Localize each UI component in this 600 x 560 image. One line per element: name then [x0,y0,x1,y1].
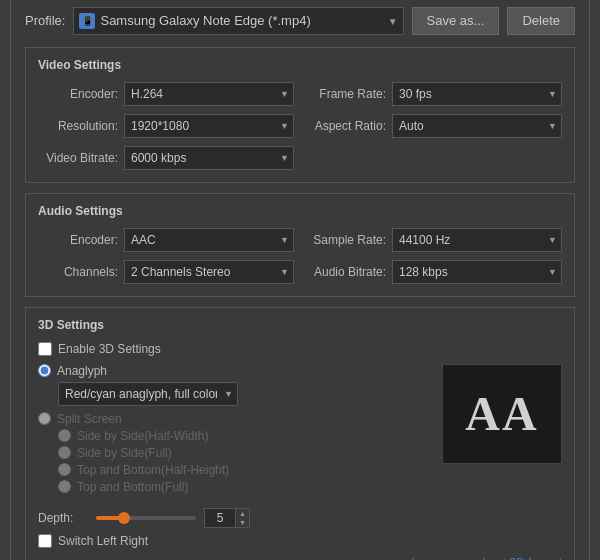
audio-bitrate-row: Audio Bitrate: 128 kbps ▼ [306,260,562,284]
top-bottom-half-label: Top and Bottom(Half-Height) [77,463,229,477]
video-settings-section: Video Settings Encoder: H.264 ▼ Frame Ra… [25,47,575,183]
aspect-ratio-select[interactable]: Auto [392,114,562,138]
side-by-side-full-radio[interactable] [58,446,71,459]
depth-slider-thumb[interactable] [118,512,130,524]
dialog-content: Profile: 📱 Samsung Galaxy Note Edge (*.m… [11,0,589,560]
video-settings-title: Video Settings [38,58,562,72]
audio-encoder-select[interactable]: AAC [124,228,294,252]
preview-text: AA [465,386,538,441]
frame-rate-select-wrap: 30 fps ▼ [392,82,562,106]
split-screen-radio[interactable] [38,412,51,425]
depth-slider-track [96,516,196,520]
video-bitrate-label: Video Bitrate: [38,151,118,165]
channels-select-wrap: 2 Channels Stereo ▼ [124,260,294,284]
enable-3d-row: Enable 3D Settings [38,342,562,356]
switch-lr-row: Switch Left Right [38,534,562,548]
sample-rate-label: Sample Rate: [306,233,386,247]
learn-more-link[interactable]: Learn more about 3D format [411,556,562,561]
encoder-select-wrap: H.264 ▼ [124,82,294,106]
resolution-select[interactable]: 1920*1080 [124,114,294,138]
channels-select[interactable]: 2 Channels Stereo [124,260,294,284]
sample-rate-select[interactable]: 44100 Hz [392,228,562,252]
frame-rate-select[interactable]: 30 fps [392,82,562,106]
depth-row: Depth: ▲ ▼ [38,508,562,528]
aspect-ratio-select-wrap: Auto ▼ [392,114,562,138]
top-bottom-full-radio[interactable] [58,480,71,493]
channels-label: Channels: [38,265,118,279]
audio-settings-title: Audio Settings [38,204,562,218]
video-settings-grid: Encoder: H.264 ▼ Frame Rate: 30 fps [38,82,562,170]
channels-row: Channels: 2 Channels Stereo ▼ [38,260,294,284]
frame-rate-label: Frame Rate: [306,87,386,101]
profile-select-wrap: 📱 Samsung Galaxy Note Edge (*.mp4) ▼ [73,7,403,35]
side-by-side-half-label: Side by Side(Half-Width) [77,429,208,443]
resolution-select-wrap: 1920*1080 ▼ [124,114,294,138]
profile-device-icon: 📱 [79,13,95,29]
audio-settings-section: Audio Settings Encoder: AAC ▼ Sample Rat… [25,193,575,297]
aspect-ratio-label: Aspect Ratio: [306,119,386,133]
three-d-content: Anaglyph Red/cyan anaglyph, full color ▼ [38,364,562,500]
anaglyph-select[interactable]: Red/cyan anaglyph, full color [58,382,238,406]
anaglyph-select-wrap-outer: Red/cyan anaglyph, full color ▼ [58,382,432,406]
audio-bitrate-label: Audio Bitrate: [306,265,386,279]
resolution-label: Resolution: [38,119,118,133]
learn-more-row: Learn more about 3D format [38,556,562,561]
resolution-row: Resolution: 1920*1080 ▼ [38,114,294,138]
side-by-side-full-row: Side by Side(Full) [58,446,432,460]
switch-lr-label: Switch Left Right [58,534,148,548]
profile-select[interactable]: Samsung Galaxy Note Edge (*.mp4) [73,7,403,35]
split-screen-sub-options: Side by Side(Half-Width) Side by Side(Fu… [58,429,432,494]
delete-button[interactable]: Delete [507,7,575,35]
depth-number-wrap: ▲ ▼ [204,508,250,528]
three-d-settings-section: 3D Settings Enable 3D Settings Anaglyph [25,307,575,561]
enable-3d-label: Enable 3D Settings [58,342,161,356]
encoder-label: Encoder: [38,87,118,101]
audio-bitrate-select[interactable]: 128 kbps [392,260,562,284]
three-d-preview: AA [442,364,562,464]
sample-rate-select-wrap: 44100 Hz ▼ [392,228,562,252]
side-by-side-half-radio[interactable] [58,429,71,442]
three-d-left-panel: Anaglyph Red/cyan anaglyph, full color ▼ [38,364,432,500]
audio-settings-grid: Encoder: AAC ▼ Sample Rate: 44100 Hz [38,228,562,284]
anaglyph-section: Anaglyph Red/cyan anaglyph, full color ▼ [38,364,432,406]
enable-3d-checkbox[interactable] [38,342,52,356]
anaglyph-radio-row: Anaglyph [38,364,432,378]
audio-bitrate-select-wrap: 128 kbps ▼ [392,260,562,284]
audio-encoder-label: Encoder: [38,233,118,247]
side-by-side-half-row: Side by Side(Half-Width) [58,429,432,443]
top-bottom-full-label: Top and Bottom(Full) [77,480,188,494]
encoder-row: Encoder: H.264 ▼ [38,82,294,106]
top-bottom-half-row: Top and Bottom(Half-Height) [58,463,432,477]
top-bottom-full-row: Top and Bottom(Full) [58,480,432,494]
save-as-button[interactable]: Save as... [412,7,500,35]
anaglyph-radio[interactable] [38,364,51,377]
frame-rate-row: Frame Rate: 30 fps ▼ [306,82,562,106]
switch-lr-checkbox[interactable] [38,534,52,548]
split-screen-radio-row: Split Screen [38,412,432,426]
profile-row: Profile: 📱 Samsung Galaxy Note Edge (*.m… [25,7,575,35]
audio-encoder-row: Encoder: AAC ▼ [38,228,294,252]
split-screen-section: Split Screen Side by Side(Half-Width) Si… [38,412,432,494]
profile-label: Profile: [25,13,65,28]
depth-down-button[interactable]: ▼ [236,518,249,527]
video-bitrate-select-wrap: 6000 kbps ▼ [124,146,294,170]
depth-number-input[interactable] [205,509,235,527]
top-bottom-half-radio[interactable] [58,463,71,476]
sample-rate-row: Sample Rate: 44100 Hz ▼ [306,228,562,252]
audio-encoder-select-wrap: AAC ▼ [124,228,294,252]
encoder-select[interactable]: H.264 [124,82,294,106]
video-bitrate-row: Video Bitrate: 6000 kbps ▼ [38,146,294,170]
profile-settings-dialog: Profile Settings × Profile: 📱 Samsung Ga… [10,0,590,560]
anaglyph-select-wrap: Red/cyan anaglyph, full color ▼ [58,382,238,406]
video-bitrate-select[interactable]: 6000 kbps [124,146,294,170]
split-screen-label: Split Screen [57,412,122,426]
depth-label: Depth: [38,511,88,525]
aspect-ratio-row: Aspect Ratio: Auto ▼ [306,114,562,138]
anaglyph-label: Anaglyph [57,364,107,378]
depth-slider-wrap[interactable] [96,509,196,527]
depth-arrows: ▲ ▼ [235,509,249,527]
side-by-side-full-label: Side by Side(Full) [77,446,172,460]
three-d-settings-title: 3D Settings [38,318,562,332]
depth-up-button[interactable]: ▲ [236,509,249,518]
